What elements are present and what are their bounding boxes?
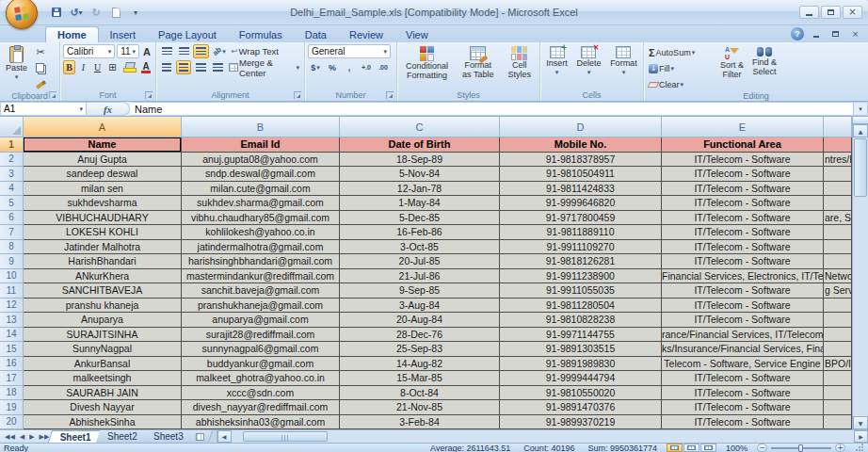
grow-font-button[interactable]: A: [141, 44, 153, 58]
row-header[interactable]: 11: [0, 283, 24, 299]
cell-extra[interactable]: [824, 299, 852, 314]
tab-page-layout[interactable]: Page Layout: [147, 27, 228, 42]
tab-view[interactable]: View: [394, 27, 440, 42]
cell-name[interactable]: Divesh Nayyar: [24, 400, 182, 415]
row-header[interactable]: 20: [0, 415, 24, 430]
row-header[interactable]: 18: [0, 386, 24, 401]
row-header[interactable]: 17: [0, 371, 24, 386]
expand-formula-bar-button[interactable]: ▾: [853, 102, 868, 116]
percent-style-button[interactable]: %: [325, 60, 340, 74]
cell-area[interactable]: IT/Telecom - Software: [662, 211, 824, 226]
cell-extra[interactable]: [824, 225, 852, 240]
underline-button[interactable]: U: [91, 60, 104, 74]
cell-extra[interactable]: [824, 342, 852, 357]
paste-button[interactable]: Paste ▾: [3, 44, 30, 91]
cell-extra[interactable]: g Servic: [824, 283, 852, 299]
cell-area[interactable]: IT/Telecom - Software: [662, 182, 824, 197]
row-header[interactable]: 13: [0, 313, 24, 328]
cell-area[interactable]: IT/Telecom - Software: [662, 415, 824, 430]
cell-mobile[interactable]: 91-9911109270: [500, 240, 662, 255]
cell-email[interactable]: mastermindankur@rediffmail.com: [182, 269, 340, 284]
row-header[interactable]: 2: [0, 153, 24, 168]
tab-data[interactable]: Data: [294, 27, 338, 42]
cell-name[interactable]: sukhdevsharma: [24, 196, 182, 211]
cell-area[interactable]: Functional Area: [662, 137, 824, 153]
clipboard-dialog-launcher[interactable]: [49, 91, 56, 99]
row-header[interactable]: 15: [0, 342, 24, 357]
copy-button[interactable]: [33, 61, 48, 75]
cell-extra[interactable]: [824, 182, 852, 197]
font-dialog-launcher[interactable]: [145, 91, 153, 99]
italic-button[interactable]: I: [77, 60, 89, 74]
cut-button[interactable]: ✂: [33, 45, 48, 59]
align-right-button[interactable]: [193, 60, 208, 74]
fill-button[interactable]: ↓Fill▾: [647, 61, 715, 75]
new-document-button[interactable]: [108, 6, 123, 20]
middle-align-button[interactable]: [176, 44, 191, 58]
merge-center-button[interactable]: Merge & Center▾: [227, 60, 301, 74]
cell-dob[interactable]: 20-Aug-84: [340, 313, 500, 328]
scroll-up-button[interactable]: ▲: [853, 124, 868, 137]
cell-dob[interactable]: 8-Oct-84: [340, 386, 500, 401]
formula-input[interactable]: Name: [130, 102, 853, 116]
cell-email[interactable]: surajit28@rediffmail.com: [182, 328, 340, 343]
row-header[interactable]: 19: [0, 400, 24, 415]
cell-dob[interactable]: 1-May-84: [340, 196, 500, 211]
zoom-out-button[interactable]: −: [757, 444, 767, 452]
cell-area[interactable]: IT/Telecom - Software: [662, 386, 824, 401]
cell-email[interactable]: malkeet_ghotra@yahoo.co.in: [182, 371, 340, 386]
cell-extra[interactable]: [824, 240, 852, 255]
clear-button[interactable]: Clear▾: [647, 77, 715, 91]
cell-mobile[interactable]: 91-9891303515: [500, 342, 662, 357]
format-cells-button[interactable]: Format ▾: [607, 44, 640, 89]
resize-grip[interactable]: [855, 444, 864, 452]
row-header[interactable]: 14: [0, 328, 24, 343]
undo-button[interactable]: ↺▾: [69, 6, 84, 20]
column-header-A[interactable]: A: [24, 117, 182, 137]
column-header-f[interactable]: [824, 117, 852, 137]
cell-name[interactable]: SURAJITSINHA: [24, 328, 182, 343]
row-header[interactable]: 12: [0, 299, 24, 314]
cell-dob[interactable]: 3-Feb-84: [340, 415, 500, 430]
cell-email[interactable]: pranshukhaneja@gmail.com: [182, 299, 340, 314]
scroll-right-button[interactable]: ▶: [854, 430, 868, 443]
cell-area[interactable]: IT/Telecom - Software: [662, 240, 824, 255]
cell-name[interactable]: SunnyNagpal: [24, 342, 182, 357]
column-header-D[interactable]: D: [500, 117, 662, 137]
select-all-corner[interactable]: [0, 117, 24, 137]
previous-sheet-button[interactable]: ◀: [18, 433, 26, 441]
cell-email[interactable]: harishsinghbhandari@gmail.com: [182, 254, 340, 269]
vertical-scroll-track[interactable]: [853, 198, 868, 416]
align-left-button[interactable]: [159, 60, 174, 74]
orientation-button[interactable]: ab▾: [211, 44, 228, 58]
cell-mobile[interactable]: 91-9891989830: [500, 357, 662, 372]
cell-styles-button[interactable]: Cell Styles: [505, 44, 534, 89]
cell-email[interactable]: kohlilokesh@yahoo.co.in: [182, 225, 340, 240]
cell-area[interactable]: rance/Financial Services, IT/Telecom: [662, 328, 824, 343]
cell-mobile[interactable]: 91-9811424833: [500, 182, 662, 197]
cell-email[interactable]: sunnynagpal6@gmail.com: [182, 342, 340, 357]
scroll-down-button[interactable]: ▼: [853, 416, 868, 429]
cell-email[interactable]: xccc@sdn.com: [182, 386, 340, 401]
alignment-dialog-launcher[interactable]: [294, 91, 301, 99]
cell-area[interactable]: IT/Telecom - Software: [662, 299, 824, 314]
cell-email[interactable]: anuj.gupta08@yahoo.com: [182, 153, 340, 168]
vertical-scrollbar[interactable]: ▲ ▼: [852, 117, 868, 429]
decrease-decimal-button[interactable]: .00: [376, 60, 391, 74]
cell-mobile[interactable]: 91-9911055035: [500, 283, 662, 299]
cell-name[interactable]: AnkurBansal: [24, 357, 182, 372]
redo-button[interactable]: ↻: [88, 6, 104, 20]
cell-dob[interactable]: 28-Dec-76: [340, 328, 500, 343]
row-header[interactable]: 1: [0, 137, 24, 153]
cell-mobile[interactable]: 91-9899370219: [500, 415, 662, 430]
row-header[interactable]: 6: [0, 211, 24, 226]
next-sheet-button[interactable]: ▶: [27, 433, 36, 441]
cell-mobile[interactable]: 91-9999646820: [500, 196, 662, 211]
page-break-view-button[interactable]: [700, 444, 716, 452]
horizontal-scrollbar[interactable]: ◀ ▶: [217, 430, 868, 443]
tab-review[interactable]: Review: [338, 27, 394, 42]
workbook-restore-button[interactable]: [828, 28, 844, 40]
cell-email[interactable]: Email Id: [182, 137, 340, 153]
cell-extra[interactable]: [824, 254, 852, 269]
cell-area[interactable]: IT/Telecom - Software: [662, 153, 824, 168]
